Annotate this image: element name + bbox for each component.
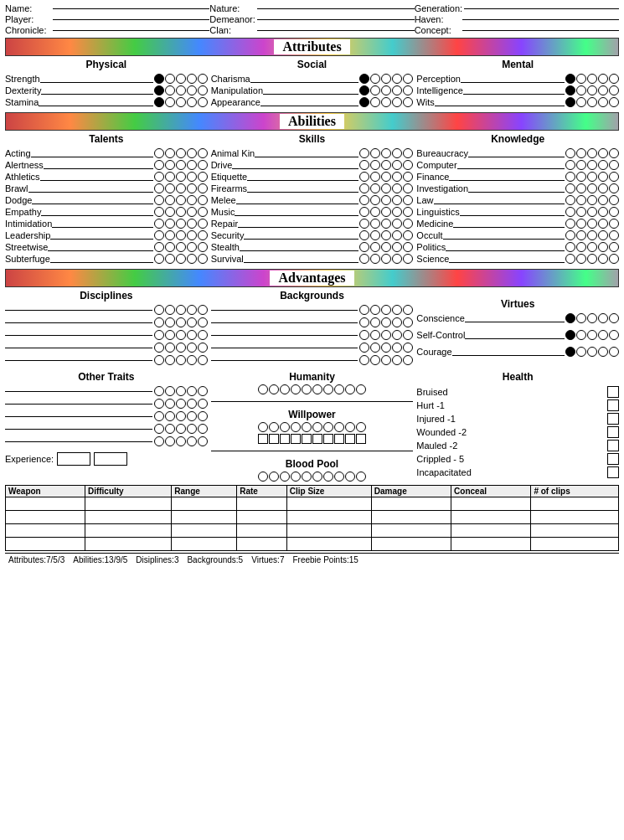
dot[interactable] [392,330,402,340]
square-dot[interactable] [323,434,333,444]
dot[interactable] [187,230,197,240]
cell[interactable] [85,511,171,524]
cell[interactable] [531,497,619,511]
survival-dots[interactable] [359,254,413,264]
mauled-box[interactable] [607,440,619,451]
dot[interactable] [598,313,608,323]
dot[interactable] [576,74,586,84]
dot[interactable] [334,422,344,432]
dot[interactable] [587,242,597,252]
dot[interactable] [165,424,175,434]
dot[interactable] [165,74,175,84]
bureaucracy-dots[interactable] [565,148,619,158]
dot[interactable] [392,230,402,240]
dot[interactable] [291,472,301,482]
dot[interactable] [370,195,380,205]
cell[interactable] [451,511,531,524]
dot[interactable] [370,317,380,327]
dot[interactable] [598,183,608,193]
investigation-dots[interactable] [565,183,619,193]
dot[interactable] [176,160,186,170]
dot[interactable] [576,160,586,170]
dot[interactable] [359,317,369,327]
name-input-line[interactable] [53,8,209,9]
dot[interactable] [609,160,619,170]
dot[interactable] [370,330,380,340]
dot[interactable] [154,411,164,421]
dot[interactable] [381,343,391,353]
dot[interactable] [598,160,608,170]
dot[interactable] [154,97,164,107]
dot[interactable] [198,195,208,205]
dot[interactable] [403,85,413,95]
dot[interactable] [359,219,369,229]
cell[interactable] [286,497,371,511]
disc-dots-4[interactable] [154,343,208,353]
dot[interactable] [609,74,619,84]
dot[interactable] [381,207,391,217]
dot[interactable] [154,317,164,327]
dot[interactable] [198,330,208,340]
dot[interactable] [370,148,380,158]
cell[interactable] [172,524,237,538]
dot[interactable] [165,172,175,182]
brawl-dots[interactable] [154,183,208,193]
stamina-dots[interactable] [154,97,208,107]
dot[interactable] [198,160,208,170]
dot[interactable] [312,384,322,394]
dot[interactable] [323,384,333,394]
dot[interactable] [187,399,197,409]
square-dot[interactable] [345,434,355,444]
dot[interactable] [392,254,402,264]
cell[interactable] [85,497,171,511]
alertness-dots[interactable] [154,160,208,170]
trait-dots-3[interactable] [154,411,208,421]
humanity-dots[interactable] [211,384,414,394]
dot[interactable] [609,330,619,340]
dot[interactable] [187,411,197,421]
dot[interactable] [198,230,208,240]
dot[interactable] [198,254,208,264]
dot[interactable] [165,230,175,240]
dot[interactable] [609,347,619,357]
haven-input-line[interactable] [462,19,619,20]
experience-box-1[interactable] [57,452,90,466]
dot[interactable] [198,317,208,327]
dot[interactable] [370,160,380,170]
dot[interactable] [598,230,608,240]
cell[interactable] [6,497,85,511]
dot[interactable] [187,242,197,252]
dot[interactable] [154,195,164,205]
cell[interactable] [172,538,237,551]
dot[interactable] [176,317,186,327]
dot[interactable] [598,330,608,340]
dot[interactable] [356,422,366,432]
table-row[interactable] [6,524,619,538]
dot[interactable] [403,305,413,315]
dot[interactable] [381,254,391,264]
dot[interactable] [392,74,402,84]
dot[interactable] [609,97,619,107]
cell[interactable] [451,524,531,538]
dot[interactable] [392,195,402,205]
disc-dots-5[interactable] [154,355,208,365]
dot[interactable] [576,313,586,323]
dot[interactable] [598,254,608,264]
dot[interactable] [176,85,186,95]
finance-dots[interactable] [565,172,619,182]
incapacitated-box[interactable] [607,466,619,478]
dot[interactable] [370,207,380,217]
dot[interactable] [565,183,575,193]
dot[interactable] [291,422,301,432]
cell[interactable] [6,524,85,538]
cell[interactable] [531,511,619,524]
dot[interactable] [187,172,197,182]
dot[interactable] [165,330,175,340]
dot[interactable] [392,97,402,107]
dot[interactable] [565,195,575,205]
dot[interactable] [176,74,186,84]
dot[interactable] [565,254,575,264]
dot[interactable] [176,148,186,158]
security-dots[interactable] [359,230,413,240]
dot[interactable] [359,172,369,182]
